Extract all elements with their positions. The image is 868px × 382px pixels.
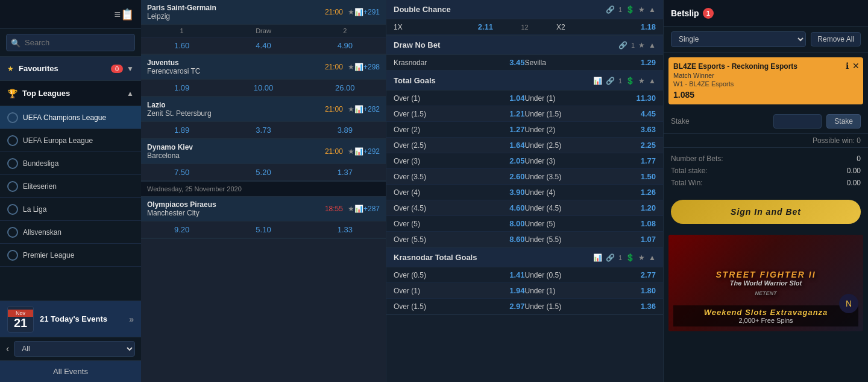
odds-cell-draw[interactable]: 5.20: [222, 164, 304, 180]
more-markets[interactable]: +282: [363, 105, 380, 113]
odds-value[interactable]: 1.64: [489, 141, 525, 150]
odds-value[interactable]: 1.21: [489, 109, 525, 118]
collapse-icon[interactable]: ▲: [649, 41, 656, 49]
odds-value[interactable]: 3.90: [489, 188, 525, 197]
market-header[interactable]: Double Chance 🔗 1 💲 ★ ▲: [386, 0, 663, 19]
chart-icon[interactable]: 📊: [354, 8, 363, 16]
odds-cell-draw[interactable]: 3.73: [222, 122, 304, 138]
odds-cell-2[interactable]: 3.89: [304, 122, 386, 138]
odds-cell-2[interactable]: 1.37: [304, 164, 386, 180]
odds-value[interactable]: 1.29: [620, 58, 656, 67]
odds-cell-2[interactable]: 26.00: [304, 80, 386, 96]
dollar-icon[interactable]: 💲: [626, 253, 635, 262]
odds-value[interactable]: 2.77: [620, 270, 656, 279]
odds-cell-2[interactable]: 1.33: [304, 221, 386, 238]
bet-type-select[interactable]: Single: [671, 31, 806, 47]
dollar-icon[interactable]: 💲: [626, 5, 635, 14]
info-icon[interactable]: ℹ: [846, 61, 849, 71]
odds-value[interactable]: 1.08: [620, 219, 656, 228]
chart-icon[interactable]: 📊: [354, 105, 363, 113]
odds-value[interactable]: 1.94: [489, 286, 525, 295]
odds-value[interactable]: 4.60: [489, 203, 525, 212]
close-icon[interactable]: ✕: [852, 61, 860, 71]
sign-in-button[interactable]: Sign In and Bet: [671, 200, 861, 224]
chart-icon[interactable]: 📊: [354, 205, 363, 213]
stake-button[interactable]: Stake: [826, 114, 861, 129]
chart-icon[interactable]: 📊: [593, 77, 602, 85]
forward-arrows-icon[interactable]: »: [129, 314, 134, 324]
link-icon[interactable]: 🔗: [606, 253, 615, 262]
remove-all-button[interactable]: Remove All: [811, 32, 861, 46]
sidebar-item-uel[interactable]: UEFA Europa League: [0, 129, 141, 152]
link-icon[interactable]: 🔗: [606, 5, 615, 14]
odds-cell-1[interactable]: 1.89: [141, 122, 222, 138]
prev-arrow-icon[interactable]: ‹: [6, 343, 9, 354]
odds-value[interactable]: 1.18: [620, 22, 656, 31]
sidebar-item-premier-league[interactable]: Premier League: [0, 244, 141, 267]
odds-value[interactable]: 2.60: [489, 172, 525, 181]
menu-icon[interactable]: ≡📋: [114, 8, 134, 21]
odds-cell-1[interactable]: 1.09: [141, 80, 222, 96]
market-header[interactable]: Krasnodar Total Goals 📊 🔗 1 💲 ★ ▲: [386, 248, 663, 267]
search-input[interactable]: [6, 34, 135, 51]
star-icon[interactable]: ★: [348, 147, 354, 156]
odds-value[interactable]: 1.27: [489, 125, 525, 134]
chart-icon[interactable]: 📊: [593, 253, 602, 262]
star-icon[interactable]: ★: [348, 205, 354, 213]
odds-value[interactable]: 2.05: [489, 156, 525, 165]
odds-value[interactable]: 1.26: [620, 188, 656, 197]
sidebar-item-bundesliga[interactable]: Bundesliga: [0, 152, 141, 175]
odds-value[interactable]: 11.30: [620, 94, 656, 103]
odds-cell-draw[interactable]: 10.00: [222, 80, 304, 96]
collapse-icon[interactable]: ▲: [649, 253, 656, 262]
star-icon[interactable]: ★: [638, 253, 645, 262]
odds-value[interactable]: 3.63: [620, 125, 656, 134]
more-markets[interactable]: +287: [363, 205, 380, 213]
odds-value[interactable]: 1.80: [620, 286, 656, 295]
top-leagues-header[interactable]: 🏆 Top Leagues ▲: [0, 81, 141, 106]
star-icon[interactable]: ★: [348, 8, 354, 16]
collapse-icon[interactable]: ▲: [649, 5, 656, 14]
star-icon[interactable]: ★: [348, 63, 354, 71]
odds-cell-2[interactable]: 4.90: [304, 37, 386, 54]
sidebar-item-ucl[interactable]: UEFA Champions League: [0, 106, 141, 129]
odds-value[interactable]: 2.11: [457, 22, 493, 31]
chart-icon[interactable]: 📊: [354, 147, 363, 156]
odds-value[interactable]: 1.77: [620, 156, 656, 165]
odds-value[interactable]: 1.41: [489, 270, 525, 279]
collapse-icon[interactable]: ▲: [649, 77, 656, 85]
more-markets[interactable]: +292: [363, 147, 380, 156]
sidebar-item-eliteserien[interactable]: Eliteserien: [0, 175, 141, 198]
more-markets[interactable]: +291: [363, 8, 380, 16]
odds-value[interactable]: 8.60: [489, 235, 525, 244]
star-icon[interactable]: ★: [638, 77, 645, 85]
odds-value[interactable]: 1.36: [620, 302, 656, 311]
star-icon[interactable]: ★: [638, 41, 645, 49]
sidebar-item-laliga[interactable]: La Liga: [0, 198, 141, 221]
dollar-icon[interactable]: 💲: [626, 77, 635, 85]
more-markets[interactable]: +298: [363, 63, 380, 71]
market-header[interactable]: Total Goals 📊 🔗 1 💲 ★ ▲: [386, 71, 663, 91]
odds-value[interactable]: 8.00: [489, 219, 525, 228]
star-icon[interactable]: ★: [348, 105, 354, 113]
date-filter-select[interactable]: All: [14, 341, 135, 357]
odds-value[interactable]: 1.07: [620, 235, 656, 244]
favourites-bar[interactable]: ★ Favourites 0 ▼: [0, 57, 141, 81]
today-events[interactable]: Nov 21 21 Today's Events »: [0, 301, 141, 337]
link-icon[interactable]: 🔗: [606, 77, 615, 85]
sidebar-item-allsvenskan[interactable]: Allsvenskan: [0, 221, 141, 244]
odds-value[interactable]: 1.20: [620, 203, 656, 212]
odds-value[interactable]: 1.50: [620, 172, 656, 181]
odds-cell-1[interactable]: 7.50: [141, 164, 222, 180]
odds-cell-draw[interactable]: 4.40: [222, 37, 304, 54]
odds-cell-draw[interactable]: 5.10: [222, 221, 304, 238]
odds-value[interactable]: 1.04: [489, 94, 525, 103]
star-icon[interactable]: ★: [638, 5, 645, 14]
market-header[interactable]: Draw No Bet 🔗 1 ★ ▲: [386, 36, 663, 55]
odds-cell-1[interactable]: 1.60: [141, 37, 222, 54]
odds-value[interactable]: 2.25: [620, 141, 656, 150]
link-icon[interactable]: 🔗: [618, 41, 627, 49]
chart-icon[interactable]: 📊: [354, 63, 363, 71]
stake-input[interactable]: [773, 114, 822, 129]
odds-value[interactable]: 4.45: [620, 109, 656, 118]
